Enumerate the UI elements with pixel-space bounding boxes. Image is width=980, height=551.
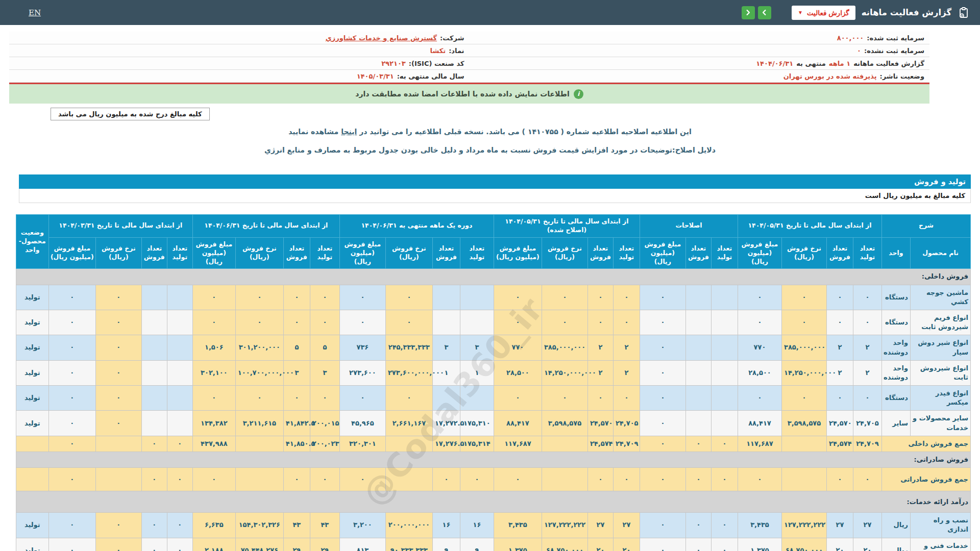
info-label: گزارش فعالیت ماهانه — [853, 60, 924, 67]
numeric-cell: ۰ — [283, 310, 310, 335]
numeric-cell: ۰ — [685, 436, 711, 452]
numeric-cell: ۰ — [587, 310, 613, 335]
numeric-cell: ۱۱۷,۶۸۷ — [738, 436, 781, 452]
numeric-cell: ۰ — [738, 386, 781, 411]
numeric-cell: ۲۴,۷۰۹ — [853, 436, 881, 452]
numeric-cell: ۵ — [283, 335, 310, 360]
numeric-cell: ۲۴,۵۷۴ — [826, 436, 853, 452]
table-row: انواع شیر دوش سیارواحد دوشنده۲۲۳۸۵,۰۰۰,۰… — [16, 335, 970, 360]
info-label: سال مالی منتهی به: — [397, 72, 464, 80]
report-type-dropdown[interactable]: گزارش فعالیت ▼ — [792, 6, 855, 20]
numeric-cell: ۲۰۰,۰۰۰,۰۰۰ — [385, 513, 432, 538]
column-header: مبلغ فروش (میلیون ریال) — [494, 237, 542, 269]
column-group-header: دوره یک ماهه منتهی به ۱۴۰۴/۰۶/۳۱ — [339, 215, 494, 238]
numeric-cell: ۲۷ — [613, 513, 640, 538]
numeric-cell: ۲۰ — [587, 538, 613, 551]
numeric-cell: ۰ — [640, 285, 685, 310]
numeric-cell: ۰ — [613, 386, 640, 411]
status-cell: تولید — [16, 411, 48, 436]
numeric-cell: ۰ — [95, 335, 141, 360]
numeric-cell: ۰ — [781, 386, 826, 411]
numeric-cell: ۰ — [640, 513, 685, 538]
numeric-cell: ۰ — [283, 285, 310, 310]
numeric-cell: ۰ — [640, 411, 685, 436]
numeric-cell: ۷۷۰ — [494, 335, 542, 360]
info-icon: i — [574, 89, 583, 99]
section-header-bar: تولید و فروش — [19, 174, 971, 189]
table-wrapper: @Codal360_ir شرحاز ابتدای سال مالی تا تا… — [19, 214, 971, 551]
section-row: فروش صادراتی: — [16, 452, 970, 468]
numeric-cell: ۰ — [685, 538, 711, 551]
info-value: ۸۰۰,۰۰۰ — [837, 34, 864, 42]
production-sales-table: شرحاز ابتدای سال مالی تا تاریخ ۱۴۰۴/۰۵/۳… — [16, 214, 971, 551]
numeric-cell — [95, 436, 141, 452]
info-label: سرمایه ثبت شده: — [867, 34, 924, 42]
previous-version-link[interactable]: اینجا — [341, 128, 357, 136]
unit-cell: ریال — [881, 513, 910, 538]
numeric-cell — [167, 411, 192, 436]
numeric-cell: ۰ — [192, 386, 235, 411]
section-label-cell: فروش داخلی: — [16, 269, 970, 285]
language-switch-en[interactable]: EN — [29, 8, 41, 17]
numeric-cell: ۰ — [235, 386, 283, 411]
info-label: سرمایه ثبت نشده: — [864, 47, 924, 55]
status-cell: تولید — [16, 538, 48, 551]
numeric-cell: ۲۴,۷۰۵ — [613, 411, 640, 436]
table-unit-note: کلیه مبالغ به میلیون ریال است — [19, 189, 971, 203]
numeric-cell: ۰ — [738, 468, 781, 491]
info-label: منتهی به — [796, 60, 826, 67]
column-header: تعداد فروش — [432, 237, 460, 269]
numeric-cell: ۲۴,۵۷۴ — [587, 436, 613, 452]
numeric-cell — [432, 285, 460, 310]
numeric-cell: ۰ — [542, 285, 587, 310]
numeric-cell — [685, 285, 711, 310]
numeric-cell: ۰ — [48, 386, 95, 411]
numeric-cell: ۰ — [494, 285, 542, 310]
chevron-down-icon: ▼ — [798, 10, 803, 15]
numeric-cell: ۰ — [781, 285, 826, 310]
numeric-cell: ۰ — [640, 468, 685, 491]
numeric-cell: ۰ — [826, 468, 853, 491]
column-header: تعداد فروش — [141, 237, 167, 269]
column-header: نرخ فروش (ریال) — [95, 237, 141, 269]
numeric-cell: ۲۷ — [853, 513, 881, 538]
prev-report-button[interactable] — [742, 6, 755, 19]
status-cell: تولید — [16, 285, 48, 310]
numeric-cell: ۰ — [640, 538, 685, 551]
numeric-cell: ۲۸,۵۰۰ — [738, 360, 781, 385]
numeric-cell — [235, 468, 283, 491]
numeric-cell — [711, 335, 738, 360]
numeric-cell: ۲ — [613, 360, 640, 385]
column-header: نرخ فروش (ریال) — [781, 237, 826, 269]
report-type-label: گزارش فعالیت — [807, 9, 849, 17]
numeric-cell: ۶۸,۷۵۰,۰۰۰ — [781, 538, 826, 551]
total-row: جمع فروش داخلی۲۴,۷۰۹۲۴,۵۷۴۱۱۷,۶۸۷۰۰۰۲۴,۷… — [16, 436, 970, 452]
numeric-cell — [141, 386, 167, 411]
numeric-cell: ۰ — [235, 310, 283, 335]
numeric-cell: ۰ — [613, 285, 640, 310]
unit-cell: دستگاه — [881, 386, 910, 411]
column-header: تعداد تولید — [310, 237, 339, 269]
info-row-report-period: گزارش فعالیت ماهانه ۱ ماهه منتهی به ۱۴۰۴… — [470, 57, 930, 70]
numeric-cell — [685, 360, 711, 385]
signed-data-notice: i اطلاعات نمایش داده شده با اطلاعات امضا… — [9, 84, 929, 104]
numeric-cell: ۹۰,۳۳۳,۳۳۳ — [385, 538, 432, 551]
numeric-cell: ۰ — [95, 538, 141, 551]
numeric-cell — [542, 436, 587, 452]
numeric-cell: ۳,۴۳۵ — [738, 513, 781, 538]
numeric-cell: ۰ — [640, 360, 685, 385]
info-value: پذیرفته شده در بورس تهران — [783, 72, 877, 80]
numeric-cell — [781, 468, 826, 491]
numeric-cell: ۰ — [711, 538, 738, 551]
numeric-cell: ۰ — [853, 285, 881, 310]
numeric-cell: ۴۳۷,۹۸۸ — [192, 436, 235, 452]
product-name-cell: انواع شیردوش ثابت — [911, 360, 971, 385]
numeric-cell: ۰ — [826, 310, 853, 335]
numeric-cell: ۲,۶۶۱,۱۶۷ — [385, 411, 432, 436]
next-report-button[interactable] — [758, 6, 771, 19]
numeric-cell: ۰ — [542, 310, 587, 335]
product-name-cell: انواع فریم شیردوش ثابت — [911, 310, 971, 335]
company-link[interactable]: گسترش صنایع و خدمات کشاورزي — [326, 34, 437, 42]
numeric-cell — [235, 436, 283, 452]
numeric-cell: ۰ — [95, 310, 141, 335]
